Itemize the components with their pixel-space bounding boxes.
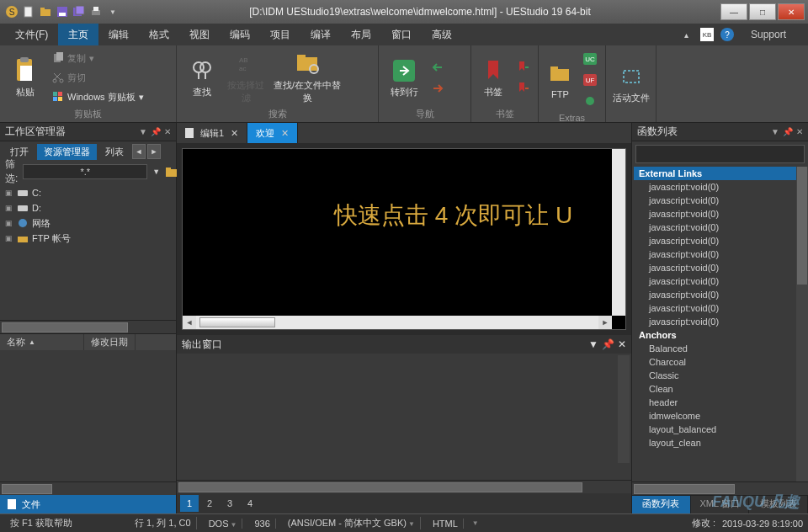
close-button[interactable]: ✕ — [778, 3, 805, 20]
menu-home[interactable]: 主页 — [58, 24, 98, 45]
uc-icon[interactable]: UC — [580, 49, 600, 69]
func-item[interactable]: javascript:void(0) — [634, 288, 806, 301]
btab-xml[interactable]: XML 窗口 — [691, 496, 750, 513]
support-link[interactable]: Support — [741, 29, 796, 40]
replace-button[interactable]: 查找/在文件中替换 — [269, 51, 345, 104]
func-item[interactable]: javascript:void(0) — [634, 180, 806, 194]
minimize-button[interactable]: — — [720, 3, 747, 20]
tree-node[interactable]: ▣网络 — [5, 215, 171, 231]
page-4[interactable]: 4 — [241, 495, 259, 512]
menu-window[interactable]: 窗口 — [381, 24, 422, 45]
tree-node[interactable]: ▣FTP 帐号 — [5, 231, 171, 246]
func-item[interactable]: Classic — [634, 369, 806, 382]
func-item[interactable]: Clean — [634, 382, 806, 396]
menu-format[interactable]: 格式 — [139, 24, 179, 45]
page-2[interactable]: 2 — [200, 495, 219, 512]
btab-tpl[interactable]: 模板列表 — [749, 496, 808, 513]
pane-menu-icon[interactable]: ▼ — [588, 338, 598, 350]
func-item[interactable]: javascript:void(0) — [634, 301, 806, 315]
page-1[interactable]: 1 — [180, 495, 199, 512]
pane-menu-icon[interactable]: ▼ — [771, 127, 779, 136]
nav-fwd-icon[interactable] — [428, 78, 448, 98]
func-item[interactable]: javascript:void(0) — [634, 234, 806, 247]
nav-left-icon[interactable]: ◄ — [132, 144, 146, 159]
pane-close-icon[interactable]: ✕ — [618, 338, 626, 350]
func-header[interactable]: Anchors — [634, 328, 806, 342]
menu-layout[interactable]: 布局 — [341, 24, 381, 45]
func-item[interactable]: javascript:void(0) — [634, 194, 806, 207]
status-dos[interactable]: DOS▼ — [204, 519, 243, 529]
pane-close-icon[interactable]: ✕ — [796, 127, 803, 136]
bm-next-icon[interactable] — [513, 57, 533, 77]
page-3[interactable]: 3 — [221, 495, 239, 512]
open-icon[interactable] — [39, 5, 52, 19]
print-icon[interactable] — [89, 5, 103, 19]
find-button[interactable]: 查找 — [182, 57, 222, 98]
pin-icon[interactable]: 📌 — [602, 338, 614, 350]
func-item[interactable]: javascript:void(0) — [634, 315, 806, 328]
func-item[interactable]: javascript:void(0) — [634, 274, 806, 288]
tree-node[interactable]: ▣D: — [5, 200, 171, 215]
new-icon[interactable] — [22, 5, 35, 19]
dropdown-icon[interactable]: ▼ — [106, 5, 120, 19]
func-header[interactable]: External Links — [634, 167, 806, 180]
pin-icon[interactable]: 📌 — [151, 127, 161, 136]
list-hscroll[interactable] — [0, 481, 176, 495]
save-icon[interactable] — [56, 5, 69, 19]
menu-encoding[interactable]: 编码 — [220, 24, 260, 45]
pin-icon[interactable]: 📌 — [783, 127, 793, 136]
maximize-button[interactable]: □ — [749, 3, 776, 20]
status-enc[interactable]: (ANSI/OEM - 简体中文 GBK)▼ — [283, 517, 421, 529]
tab-list[interactable]: 列表 — [98, 144, 130, 160]
func-item[interactable]: javascript:void(0) — [634, 261, 806, 274]
kb-icon[interactable]: KB — [700, 28, 714, 41]
func-item[interactable]: Balanced — [634, 342, 806, 355]
menu-view[interactable]: 视图 — [179, 24, 220, 45]
editor-viewport[interactable]: 快速点击 4 次即可让 U ◄ ► — [182, 148, 626, 330]
func-item[interactable]: Charcoal — [634, 355, 806, 369]
paste-button[interactable]: 粘贴 — [5, 57, 45, 98]
func-item[interactable]: layout_balanced — [634, 423, 806, 436]
col-date[interactable]: 修改日期 — [84, 334, 136, 350]
nav-back-icon[interactable] — [428, 57, 448, 77]
output-vscroll[interactable] — [618, 355, 630, 463]
pane-close-icon[interactable]: ✕ — [164, 127, 171, 136]
bookmark-button[interactable]: 书签 — [476, 57, 509, 98]
func-item[interactable]: header — [634, 396, 806, 409]
filter-dropdown-icon[interactable]: ▼ — [152, 168, 160, 176]
menu-edit[interactable]: 编辑 — [98, 24, 139, 45]
editor-hscroll[interactable]: ◄ ► — [183, 316, 612, 329]
pane-menu-icon[interactable]: ▼ — [139, 127, 147, 136]
uf-icon[interactable]: UF — [580, 70, 600, 90]
menu-file[interactable]: 文件(F) — [5, 24, 58, 45]
activefile-button[interactable]: 活动文件 — [611, 63, 651, 104]
scroll-left-icon[interactable]: ◄ — [183, 316, 196, 329]
func-search[interactable] — [635, 145, 805, 163]
tab-close-icon[interactable]: ✕ — [281, 128, 289, 139]
col-name[interactable]: 名称▲ — [0, 334, 84, 350]
extra-icon[interactable] — [580, 91, 600, 111]
func-item[interactable]: idmwelcome — [634, 409, 806, 423]
menu-advanced[interactable]: 高级 — [422, 24, 462, 45]
ftp-button[interactable]: FTP — [544, 61, 577, 99]
help-icon[interactable]: ? — [720, 28, 734, 41]
tree-hscroll[interactable] — [0, 320, 176, 333]
tab-explorer[interactable]: 资源管理器 — [37, 144, 97, 160]
files-tab[interactable]: 文件 — [0, 495, 176, 513]
winclipboard-button[interactable]: Windows 剪贴板 ▾ — [49, 88, 147, 106]
filter-input[interactable] — [23, 164, 147, 179]
tab-close-icon[interactable]: ✕ — [231, 128, 238, 139]
editor-vscroll[interactable] — [612, 149, 625, 316]
menu-project[interactable]: 项目 — [260, 24, 300, 45]
func-item[interactable]: javascript:void(0) — [634, 207, 806, 221]
tab-edit1[interactable]: 编辑1✕ — [177, 123, 247, 143]
collapse-icon[interactable]: ▴ — [680, 28, 694, 41]
func-vscroll[interactable] — [796, 167, 808, 481]
btab-func[interactable]: 函数列表 — [632, 496, 691, 513]
output-hscroll[interactable] — [177, 480, 631, 493]
saveall-icon[interactable] — [72, 5, 86, 19]
scroll-right-icon[interactable]: ► — [598, 316, 612, 329]
func-item[interactable]: layout_clean — [634, 436, 806, 450]
cut-button[interactable]: 剪切 — [49, 68, 147, 87]
func-item[interactable]: javascript:void(0) — [634, 247, 806, 261]
